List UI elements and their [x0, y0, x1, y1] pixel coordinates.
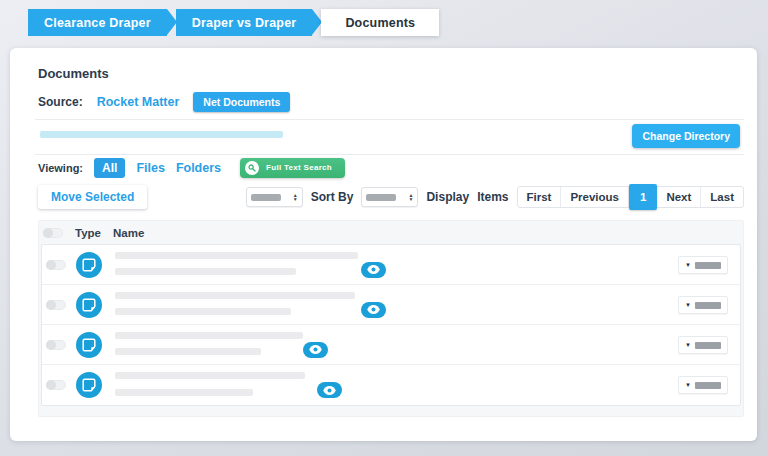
pagination-next[interactable]: Next — [657, 187, 701, 207]
dropdown-value-placeholder — [695, 262, 721, 269]
name-placeholder — [115, 252, 386, 278]
caret-down-icon: ▼ — [685, 342, 691, 348]
table-row: ▼ — [42, 365, 740, 405]
viewing-label: Viewing: — [38, 162, 83, 174]
select-value-placeholder — [366, 194, 396, 201]
dropdown-value-placeholder — [695, 342, 721, 349]
toolbar-row: Move Selected ▲▼ Sort By ▲▼ Display Item… — [38, 184, 744, 210]
table-row: ▼ — [42, 245, 740, 285]
page-title: Documents — [38, 66, 109, 81]
row-action-dropdown[interactable]: ▼ — [678, 376, 728, 394]
pagination-previous[interactable]: Previous — [561, 187, 629, 207]
source-row: Source: Rocket Matter Net Documents — [38, 91, 290, 113]
source-label: Source: — [38, 95, 83, 109]
name-line-placeholder — [115, 268, 296, 275]
document-note-icon — [76, 332, 102, 358]
eye-icon[interactable] — [361, 302, 386, 318]
name-line-placeholder — [115, 332, 303, 339]
name-line-placeholder — [115, 389, 253, 396]
search-icon — [245, 161, 259, 175]
dropdown-value-placeholder — [695, 302, 721, 309]
caret-down-icon: ▼ — [685, 382, 691, 388]
full-text-search-button[interactable]: Full Text Search — [240, 158, 345, 178]
row-action-dropdown[interactable]: ▼ — [678, 256, 728, 274]
eye-icon[interactable] — [361, 262, 386, 278]
items-label: Items — [477, 190, 508, 204]
table-row: ▼ — [42, 325, 740, 365]
name-line-placeholder — [115, 308, 291, 315]
divider — [35, 119, 744, 120]
viewing-option-all[interactable]: All — [94, 158, 125, 178]
display-label: Display — [426, 190, 469, 204]
source-option-net-documents[interactable]: Net Documents — [193, 92, 290, 112]
sort-cluster: ▲▼ Sort By ▲▼ Display Items First Previo… — [246, 186, 744, 208]
caret-down-icon: ▼ — [685, 262, 691, 268]
dropdown-value-placeholder — [695, 382, 721, 389]
tab-draper-vs-draper[interactable]: Draper vs Draper — [176, 9, 313, 36]
table-header: Type Name — [39, 221, 743, 244]
column-name: Name — [113, 227, 144, 239]
row-select-toggle[interactable] — [46, 260, 66, 270]
change-directory-button[interactable]: Change Directory — [632, 124, 740, 148]
document-note-icon — [76, 252, 102, 278]
name-placeholder — [115, 292, 386, 318]
column-type: Type — [75, 227, 101, 239]
sort-by-label: Sort By — [311, 190, 354, 204]
row-action-dropdown[interactable]: ▼ — [678, 296, 728, 314]
select-all-toggle[interactable] — [43, 228, 63, 238]
name-line-placeholder — [115, 372, 305, 379]
eye-icon[interactable] — [303, 342, 328, 358]
stepper-icon: ▲▼ — [409, 193, 414, 201]
name-line-placeholder — [115, 252, 358, 259]
sort-by-select[interactable]: ▲▼ — [246, 187, 303, 207]
tab-documents[interactable]: Documents — [321, 9, 439, 36]
name-line-placeholder — [115, 292, 355, 299]
name-line-placeholder — [115, 348, 261, 355]
directory-path-placeholder — [40, 131, 283, 138]
document-note-icon — [76, 372, 102, 398]
tab-clearance-draper[interactable]: Clearance Draper — [28, 9, 167, 36]
row-select-toggle[interactable] — [46, 380, 66, 390]
documents-panel: Documents Source: Rocket Matter Net Docu… — [10, 48, 757, 441]
document-note-icon — [76, 292, 102, 318]
viewing-row: Viewing: All Files Folders Full Text Sea… — [38, 157, 345, 178]
breadcrumb: Clearance Draper Draper vs Draper Docume… — [28, 9, 439, 36]
pagination-first[interactable]: First — [518, 187, 562, 207]
move-selected-button[interactable]: Move Selected — [38, 185, 147, 209]
row-select-toggle[interactable] — [46, 300, 66, 310]
table-rows: ▼ — [41, 244, 741, 406]
select-value-placeholder — [251, 194, 281, 201]
documents-table: Type Name — [38, 220, 744, 417]
row-select-toggle[interactable] — [46, 340, 66, 350]
row-action-dropdown[interactable]: ▼ — [678, 336, 728, 354]
pagination: First Previous 1 Next Last — [517, 186, 745, 208]
divider — [35, 154, 744, 155]
viewing-option-folders[interactable]: Folders — [176, 161, 221, 175]
pagination-last[interactable]: Last — [701, 187, 743, 207]
name-placeholder — [115, 332, 328, 358]
name-placeholder — [115, 372, 342, 398]
caret-down-icon: ▼ — [685, 302, 691, 308]
table-row: ▼ — [42, 285, 740, 325]
pagination-current-page[interactable]: 1 — [629, 184, 657, 210]
viewing-option-files[interactable]: Files — [136, 161, 165, 175]
display-select[interactable]: ▲▼ — [361, 187, 418, 207]
source-option-rocket-matter[interactable]: Rocket Matter — [97, 95, 180, 109]
full-text-search-label: Full Text Search — [266, 163, 332, 172]
eye-icon[interactable] — [317, 382, 342, 398]
stepper-icon: ▲▼ — [293, 193, 298, 201]
